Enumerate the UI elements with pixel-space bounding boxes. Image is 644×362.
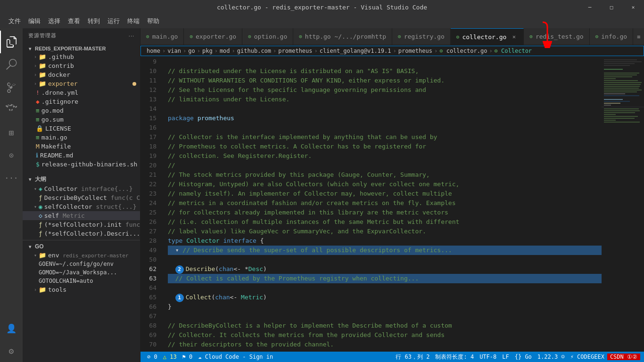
go-header[interactable]: ▾ GO <box>23 240 140 251</box>
tree-gitignore[interactable]: ◆ .gitignore <box>23 97 140 106</box>
outline-selfcollector[interactable]: ▾ ◉ selfCollector struct{...} <box>23 202 140 211</box>
menu-goto[interactable]: 转到 <box>84 15 104 27</box>
status-indent[interactable]: 制表符长度: 4 <box>432 353 477 361</box>
menu-terminal[interactable]: 终端 <box>124 15 143 27</box>
svg-rect-7 <box>604 74 637 75</box>
code-line-66: // Collector. It collects the metrics fr… <box>168 331 445 338</box>
tab-close-button[interactable]: ✕ <box>510 33 518 41</box>
bc-mod[interactable]: mod <box>220 48 230 54</box>
go-goenv[interactable]: GOENV=~/.config/go/env <box>23 260 140 268</box>
go-gotoolchain[interactable]: GOTOOLCHAIN=auto <box>23 277 140 285</box>
file-icon: ⊙ <box>439 48 446 54</box>
tree-docker[interactable]: › 📁 docker <box>23 70 140 79</box>
tab-info-go[interactable]: ⊙ info.go <box>590 28 633 45</box>
sidebar-more-button[interactable]: ··· <box>129 33 134 39</box>
settings-icon[interactable]: ⚙ <box>0 339 23 362</box>
maximize-button[interactable]: □ <box>601 0 622 14</box>
gosum-label: go.sum <box>41 116 64 123</box>
tab-redis-test-go[interactable]: ⊙ redis_test.go <box>524 28 589 45</box>
close-button[interactable]: ✕ <box>622 0 644 14</box>
root-folder[interactable]: ▾ REDIS_EXPORTER-MASTER <box>23 43 140 52</box>
tab-http-go[interactable]: ⊙ http.go ~/.../promhttp <box>293 28 392 45</box>
tab-more-button[interactable]: ≡ <box>633 28 644 45</box>
go-icon: ⊙ <box>299 33 302 40</box>
tree-license[interactable]: 🔒 LICENSE <box>23 124 140 133</box>
code-content[interactable]: // distributed under the License is dist… <box>164 57 602 352</box>
minimize-button[interactable]: ─ <box>579 0 601 14</box>
bc-vian[interactable]: vian <box>167 48 181 54</box>
tree-maingo[interactable]: ≡ main.go <box>23 133 140 142</box>
status-eol[interactable]: LF <box>499 354 512 360</box>
ln-21: 21 <box>140 170 157 180</box>
tree-readme[interactable]: ℹ README.md <box>23 151 140 160</box>
tab-collector-go[interactable]: ⊙ collector.go ✕ <box>451 28 524 45</box>
ln-65: 65 <box>140 293 157 302</box>
status-errors[interactable]: ⊘ 0 <box>144 354 160 360</box>
tab-main-go[interactable]: ⊙ main.go <box>140 28 184 45</box>
tree-github[interactable]: › 📁 .github <box>23 52 140 61</box>
outline-descri[interactable]: ƒ (*selfCollector).Descri... <box>23 229 140 238</box>
status-encoding[interactable]: UTF-8 <box>477 354 499 360</box>
remote-icon[interactable]: ⊙ <box>0 144 23 166</box>
go-gomod[interactable]: GOMOD=~/Java_Workspa... <box>23 268 140 277</box>
outline-collector[interactable]: ▾ ◈ Collector interface{...} <box>23 184 140 193</box>
status-info[interactable]: ⚑ 0 <box>180 354 196 360</box>
bc-pkg[interactable]: pkg <box>202 48 213 54</box>
bc-client[interactable]: client_golang@v1.19.1 <box>320 48 391 54</box>
menu-select[interactable]: 选择 <box>44 15 64 27</box>
ln-62: 62 <box>140 264 157 274</box>
go-icon: ⊙ <box>595 33 599 40</box>
bc-prometheus[interactable]: prometheus <box>278 48 312 54</box>
ln-10: 10 <box>140 66 157 76</box>
tree-makefile[interactable]: M Makefile <box>23 142 140 151</box>
contrib-label: contrib <box>48 62 74 69</box>
more-icon[interactable]: ··· <box>0 166 23 189</box>
outline-self-metric[interactable]: ◇ self Metric <box>23 211 140 220</box>
tree-gosum[interactable]: ≡ go.sum <box>23 115 140 124</box>
menu-file[interactable]: 文件 <box>5 15 25 27</box>
tree-drone[interactable]: ! .drone.yml <box>23 88 140 97</box>
bc-symbol[interactable]: ⊙ Collector <box>495 48 532 54</box>
menu-help[interactable]: 帮助 <box>143 15 163 27</box>
outline-init[interactable]: ƒ (*selfCollector).init func(sel... <box>23 220 140 229</box>
bc-prometheus2[interactable]: prometheus <box>398 48 432 54</box>
outline-header[interactable]: ▾ 大纲 <box>23 173 140 184</box>
go-env-folder[interactable]: ▾ 📁 env redis_exporter-master <box>23 251 140 260</box>
code-line-13 <box>168 105 172 112</box>
extensions-icon[interactable]: ⊞ <box>0 121 23 144</box>
status-go-version[interactable]: 1.22.3 ☺ <box>535 354 568 360</box>
tree-release[interactable]: $ release-github-binaries.sh <box>23 160 140 169</box>
outline-describe[interactable]: ƒ DescribeByCollect func(c C... <box>23 193 140 202</box>
go-tools[interactable]: › 📁 tools <box>23 285 140 294</box>
editor-area: ⊙ main.go ⊙ exporter.go ⊙ option.go ⊙ ht… <box>140 28 644 362</box>
tree-contrib[interactable]: › 📁 contrib <box>23 61 140 70</box>
status-position[interactable]: 行 63，列 2 <box>393 353 432 361</box>
tab-exporter-go[interactable]: ⊙ exporter.go <box>184 28 242 45</box>
tree-exporter[interactable]: › 📁 exporter <box>23 79 140 88</box>
tree-gomod[interactable]: ≡ go.mod <box>23 106 140 115</box>
tab-registry-go[interactable]: ⊙ registry.go <box>392 28 451 45</box>
status-language[interactable]: {} Go <box>512 354 535 360</box>
code-line-11: // See the License for the specific lang… <box>168 86 426 93</box>
code-line-14: package prometheus <box>168 115 234 122</box>
menu-run[interactable]: 运行 <box>104 15 124 27</box>
run-debug-icon[interactable] <box>0 99 23 121</box>
ln-19: 19 <box>140 151 157 161</box>
menu-view[interactable]: 查看 <box>64 15 84 27</box>
status-codegeex[interactable]: ⚡ CODEGEEX <box>568 354 607 360</box>
status-warnings[interactable]: △ 13 <box>160 354 180 360</box>
tab-option-go[interactable]: ⊙ option.go <box>242 28 293 45</box>
bc-home[interactable]: home <box>147 48 160 54</box>
status-csdn[interactable]: CSDN ①② <box>607 354 640 360</box>
explorer-icon[interactable] <box>0 31 23 53</box>
bc-file[interactable]: ⊙ collector.go <box>439 48 487 54</box>
search-activity-icon[interactable] <box>0 53 23 76</box>
bc-github[interactable]: github.com <box>237 48 271 54</box>
readme-label: README.md <box>40 152 73 159</box>
bc-go[interactable]: go <box>188 48 195 54</box>
menu-edit[interactable]: 编辑 <box>25 15 44 27</box>
license-icon: 🔒 <box>36 125 43 132</box>
source-control-activity-icon[interactable] <box>0 76 23 99</box>
status-cloud[interactable]: ☁ Cloud Code - Sign in <box>195 354 276 360</box>
account-icon[interactable]: 👤 <box>0 317 23 339</box>
